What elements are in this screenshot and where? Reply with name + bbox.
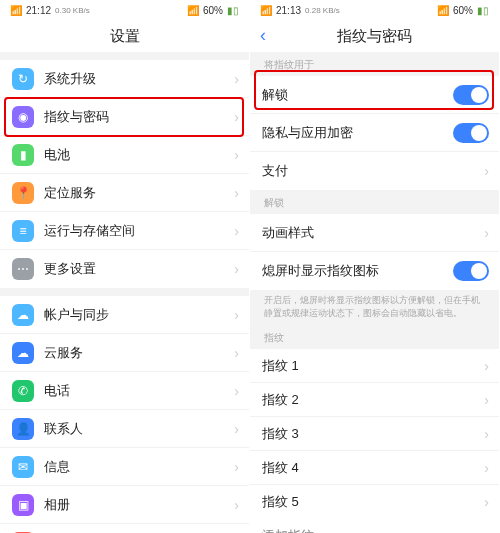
battery-icon: ▮▯: [227, 5, 239, 16]
row-icon: ⋯: [12, 258, 34, 280]
settings-row[interactable]: 📍定位服务›: [0, 174, 249, 212]
status-net: 0.28 KB/s: [305, 6, 340, 15]
unlock-options-list: 动画样式›熄屏时显示指纹图标: [250, 214, 499, 290]
toggle-switch[interactable]: [453, 85, 489, 105]
row-icon: 👤: [12, 418, 34, 440]
chevron-right-icon: ›: [234, 345, 239, 361]
toggle-switch[interactable]: [453, 261, 489, 281]
phone-right: 📶 21:13 0.28 KB/s 📶 60% ▮▯ ‹ 指纹与密码 将指纹用于…: [250, 0, 500, 533]
chevron-right-icon: ›: [484, 358, 489, 374]
title-label: 设置: [110, 27, 140, 46]
title-label: 指纹与密码: [337, 27, 412, 46]
chevron-right-icon: ›: [484, 163, 489, 179]
chevron-right-icon: ›: [234, 497, 239, 513]
status-time: 21:13: [276, 5, 301, 16]
option-row[interactable]: 动画样式›: [250, 214, 499, 252]
option-row[interactable]: 熄屏时显示指纹图标: [250, 252, 499, 290]
add-fingerprint-row[interactable]: 添加指纹: [250, 519, 499, 533]
row-icon: ☁: [12, 304, 34, 326]
chevron-right-icon: ›: [234, 261, 239, 277]
option-row[interactable]: 指纹 1›: [250, 349, 499, 383]
row-label: 指纹 1: [262, 357, 484, 375]
settings-row[interactable]: ↻系统升级›: [0, 60, 249, 98]
row-label: 相册: [44, 496, 234, 514]
settings-row[interactable]: ☁帐户与同步›: [0, 296, 249, 334]
row-label: 指纹 2: [262, 391, 484, 409]
chevron-right-icon: ›: [234, 71, 239, 87]
phone-left: 📶 21:12 0.30 KB/s 📶 60% ▮▯ 设置 ↻系统升级›◉指纹与…: [0, 0, 250, 533]
option-row[interactable]: 解锁: [250, 76, 499, 114]
chevron-right-icon: ›: [484, 494, 489, 510]
row-icon: ◉: [12, 106, 34, 128]
settings-list-2: ☁帐户与同步›☁云服务›✆电话›👤联系人›✉信息›▣相册›▦日历›: [0, 296, 249, 533]
option-row[interactable]: 指纹 2›: [250, 383, 499, 417]
row-label: 指纹 4: [262, 459, 484, 477]
wifi-icon: 📶: [437, 5, 449, 16]
row-label: 更多设置: [44, 260, 234, 278]
settings-row[interactable]: ≡运行与存储空间›: [0, 212, 249, 250]
row-label: 动画样式: [262, 224, 484, 242]
status-bar: 📶 21:13 0.28 KB/s 📶 60% ▮▯: [250, 0, 499, 20]
settings-row[interactable]: ▦日历›: [0, 524, 249, 533]
settings-row[interactable]: ▮电池›: [0, 136, 249, 174]
chevron-right-icon: ›: [484, 426, 489, 442]
signal-icon: 📶: [260, 5, 272, 16]
row-icon: ▣: [12, 494, 34, 516]
chevron-right-icon: ›: [234, 109, 239, 125]
status-bar: 📶 21:12 0.30 KB/s 📶 60% ▮▯: [0, 0, 249, 20]
row-icon: ☁: [12, 342, 34, 364]
row-label: 指纹 3: [262, 425, 484, 443]
row-label: 电话: [44, 382, 234, 400]
settings-row[interactable]: 👤联系人›: [0, 410, 249, 448]
option-row[interactable]: 支付›: [250, 152, 499, 190]
chevron-right-icon: ›: [484, 225, 489, 241]
chevron-right-icon: ›: [234, 185, 239, 201]
settings-row[interactable]: ☁云服务›: [0, 334, 249, 372]
row-label: 指纹 5: [262, 493, 484, 511]
row-icon: ≡: [12, 220, 34, 242]
chevron-right-icon: ›: [484, 392, 489, 408]
row-label: 支付: [262, 162, 484, 180]
row-icon: ↻: [12, 68, 34, 90]
back-button[interactable]: ‹: [260, 25, 266, 46]
option-row[interactable]: 指纹 3›: [250, 417, 499, 451]
row-label: 系统升级: [44, 70, 234, 88]
fingerprint-usefor-list: 解锁隐私与应用加密支付›: [250, 76, 499, 190]
chevron-right-icon: ›: [234, 223, 239, 239]
settings-row[interactable]: ▣相册›: [0, 486, 249, 524]
row-label: 定位服务: [44, 184, 234, 202]
row-label: 云服务: [44, 344, 234, 362]
row-icon: ▮: [12, 144, 34, 166]
add-fingerprint-row-wrap: 添加指纹: [250, 519, 499, 533]
chevron-right-icon: ›: [234, 307, 239, 323]
wifi-icon: 📶: [187, 5, 199, 16]
section-label-unlock: 解锁: [250, 190, 499, 214]
row-label: 电池: [44, 146, 234, 164]
status-time: 21:12: [26, 5, 51, 16]
settings-row[interactable]: ◉指纹与密码›: [0, 98, 249, 136]
row-label: 运行与存储空间: [44, 222, 234, 240]
status-net: 0.30 KB/s: [55, 6, 90, 15]
battery-pct: 60%: [453, 5, 473, 16]
settings-row[interactable]: ✆电话›: [0, 372, 249, 410]
settings-row[interactable]: ✉信息›: [0, 448, 249, 486]
option-row[interactable]: 指纹 4›: [250, 451, 499, 485]
toggle-switch[interactable]: [453, 123, 489, 143]
settings-row[interactable]: ⋯更多设置›: [0, 250, 249, 288]
row-icon: ✉: [12, 456, 34, 478]
row-label: 解锁: [262, 86, 453, 104]
page-title-left: 设置: [0, 20, 249, 52]
chevron-right-icon: ›: [234, 383, 239, 399]
fingerprints-list: 指纹 1›指纹 2›指纹 3›指纹 4›指纹 5›: [250, 349, 499, 519]
row-label: 帐户与同步: [44, 306, 234, 324]
option-row[interactable]: 隐私与应用加密: [250, 114, 499, 152]
helper-text: 开启后，熄屏时将显示指纹图标以方便解锁，但在手机静置或规律运动状态下，图标会自动…: [250, 290, 499, 325]
row-icon: ✆: [12, 380, 34, 402]
add-fingerprint-label: 添加指纹: [262, 527, 489, 533]
section-label-usefor: 将指纹用于: [250, 52, 499, 76]
chevron-right-icon: ›: [234, 147, 239, 163]
option-row[interactable]: 指纹 5›: [250, 485, 499, 519]
row-label: 信息: [44, 458, 234, 476]
settings-list-1: ↻系统升级›◉指纹与密码›▮电池›📍定位服务›≡运行与存储空间›⋯更多设置›: [0, 60, 249, 288]
row-icon: 📍: [12, 182, 34, 204]
